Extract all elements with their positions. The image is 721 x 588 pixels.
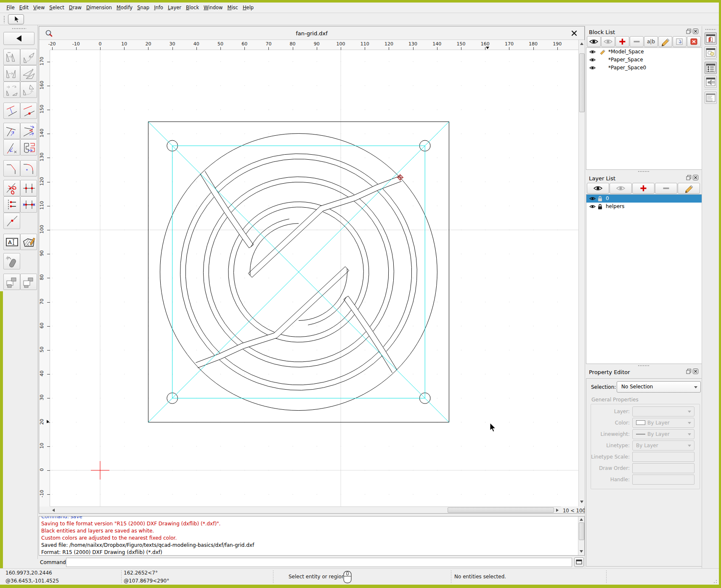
field-linetypescale[interactable] bbox=[632, 452, 694, 462]
selection-tool-button[interactable] bbox=[8, 14, 24, 24]
selection-combobox[interactable]: No Selection bbox=[617, 381, 701, 393]
menu-select[interactable]: Select bbox=[47, 3, 67, 12]
show-all-blocks-button[interactable] bbox=[587, 36, 601, 47]
field-color[interactable]: By Layer bbox=[632, 418, 694, 428]
block-row-model_space[interactable]: *Model_Space bbox=[586, 48, 702, 56]
edit-block-button[interactable] bbox=[658, 36, 672, 47]
menu-edit[interactable]: Edit bbox=[17, 3, 31, 12]
block-visible-icon[interactable] bbox=[589, 49, 596, 55]
layer-list-close-icon[interactable] bbox=[693, 175, 698, 180]
add-block-button[interactable] bbox=[615, 36, 629, 47]
menu-info[interactable]: Info bbox=[152, 3, 166, 12]
toggle-property-editor-button[interactable] bbox=[705, 32, 717, 45]
close-document-icon[interactable] bbox=[571, 30, 578, 37]
drawing-window-titlebar[interactable]: fan-grid.dxf bbox=[39, 26, 584, 40]
show-all-layers-button[interactable] bbox=[587, 183, 609, 194]
tool-order-back[interactable] bbox=[20, 274, 37, 290]
hide-all-blocks-button[interactable] bbox=[601, 36, 615, 47]
block-visible-icon[interactable] bbox=[589, 57, 596, 63]
tool-explode[interactable] bbox=[3, 253, 20, 269]
block-visible-icon[interactable] bbox=[589, 65, 596, 71]
tool-lengthen[interactable] bbox=[20, 103, 37, 119]
field-lineweight[interactable]: By Layer bbox=[632, 429, 694, 439]
history-scroll-thumb[interactable] bbox=[579, 522, 584, 540]
menu-modify[interactable]: Modify bbox=[114, 3, 135, 12]
layer-row-0[interactable]: 0 bbox=[586, 195, 702, 203]
layer-row-helpers[interactable]: helpers bbox=[586, 203, 702, 211]
block-list-close-icon[interactable] bbox=[693, 29, 698, 34]
tool-move-rotate[interactable] bbox=[3, 82, 20, 98]
toggle-layer-list-button[interactable] bbox=[705, 62, 717, 74]
menu-help[interactable]: Help bbox=[240, 3, 256, 12]
tool-trim-both[interactable] bbox=[20, 123, 37, 139]
canvas-hscrollbar[interactable] bbox=[50, 506, 561, 513]
toolbar-drag-handle[interactable] bbox=[3, 16, 5, 23]
tool-rotate-two[interactable] bbox=[20, 82, 37, 98]
history-scroll-down[interactable] bbox=[580, 550, 583, 553]
layer-lock-icon[interactable] bbox=[597, 195, 603, 202]
remove-block-button[interactable] bbox=[630, 36, 644, 47]
menu-misc[interactable]: Misc bbox=[225, 3, 240, 12]
history-vscrollbar[interactable] bbox=[578, 517, 584, 555]
tool-break-out[interactable] bbox=[3, 139, 20, 156]
tool-flip[interactable] bbox=[20, 65, 37, 82]
canvas-hscroll-thumb[interactable] bbox=[448, 507, 554, 513]
tool-edit-hatch[interactable] bbox=[20, 234, 37, 250]
drawing-canvas[interactable] bbox=[50, 50, 578, 506]
tool-split[interactable] bbox=[3, 196, 20, 213]
history-toggle-button[interactable] bbox=[574, 557, 584, 567]
layer-visible-icon[interactable] bbox=[589, 195, 596, 202]
remove-layer-button[interactable] bbox=[655, 183, 677, 194]
toggle-library-browser-button[interactable] bbox=[705, 76, 717, 88]
property-editor-close-icon[interactable] bbox=[693, 369, 698, 374]
edit-layer-button[interactable] bbox=[678, 183, 700, 194]
toggle-command-line-button[interactable] bbox=[705, 92, 717, 104]
scroll-left-arrow[interactable] bbox=[52, 509, 55, 512]
block-row-paper_space0[interactable]: *Paper_Space0 bbox=[586, 64, 702, 72]
scroll-down-arrow[interactable] bbox=[580, 501, 583, 503]
tool-gap[interactable] bbox=[20, 196, 37, 213]
property-editor-float-icon[interactable] bbox=[686, 369, 692, 374]
canvas-vscroll-thumb[interactable] bbox=[579, 53, 585, 112]
layer-list-float-icon[interactable] bbox=[686, 175, 692, 180]
tool-auto-trim[interactable] bbox=[20, 139, 37, 156]
tool-break[interactable] bbox=[20, 180, 37, 196]
tool-extend[interactable] bbox=[3, 123, 20, 139]
scroll-up-arrow[interactable] bbox=[580, 42, 583, 45]
scroll-right-arrow[interactable] bbox=[556, 509, 559, 512]
back-button[interactable] bbox=[3, 32, 34, 45]
tool-order-front[interactable] bbox=[3, 274, 20, 290]
toggle-block-list-button[interactable] bbox=[705, 46, 717, 58]
rename-block-button[interactable]: a|b bbox=[644, 36, 658, 47]
tool-rotate[interactable] bbox=[20, 49, 37, 65]
hide-all-layers-button[interactable] bbox=[610, 183, 632, 194]
menu-window[interactable]: Window bbox=[201, 3, 225, 12]
dock-splitter-2[interactable] bbox=[638, 365, 649, 367]
tool-fillet[interactable] bbox=[20, 160, 37, 177]
dock-splitter-1[interactable] bbox=[638, 171, 649, 173]
menu-view[interactable]: View bbox=[31, 3, 47, 12]
tool-mirror[interactable] bbox=[3, 65, 20, 82]
menu-layer[interactable]: Layer bbox=[165, 3, 183, 12]
tool-move-copy[interactable] bbox=[3, 49, 20, 65]
field-layer[interactable] bbox=[632, 406, 694, 417]
tool-chamfer[interactable] bbox=[3, 160, 20, 177]
tool-edit-text[interactable]: A bbox=[3, 234, 20, 250]
insert-block-button[interactable] bbox=[673, 36, 687, 47]
command-history[interactable]: Command: saveSaving to file format versi… bbox=[39, 516, 585, 556]
menu-dimension[interactable]: Dimension bbox=[84, 3, 114, 12]
block-list-float-icon[interactable] bbox=[686, 29, 692, 34]
menu-snap[interactable]: Snap bbox=[135, 3, 152, 12]
layer-lock-icon[interactable] bbox=[597, 203, 603, 210]
field-linetype[interactable]: By Layer bbox=[632, 440, 694, 451]
strip-drag-handle[interactable] bbox=[705, 29, 716, 31]
left-dock-drag-handle[interactable] bbox=[12, 28, 26, 30]
tool-trim[interactable] bbox=[3, 103, 20, 119]
purge-block-button[interactable] bbox=[687, 36, 701, 47]
block-row-paper_space[interactable]: *Paper_Space bbox=[586, 56, 702, 64]
field-handle[interactable] bbox=[632, 475, 694, 485]
command-input[interactable] bbox=[66, 558, 572, 567]
field-draworder[interactable] bbox=[632, 463, 694, 473]
tool-break-point[interactable] bbox=[3, 213, 20, 229]
add-layer-button[interactable] bbox=[632, 183, 655, 194]
